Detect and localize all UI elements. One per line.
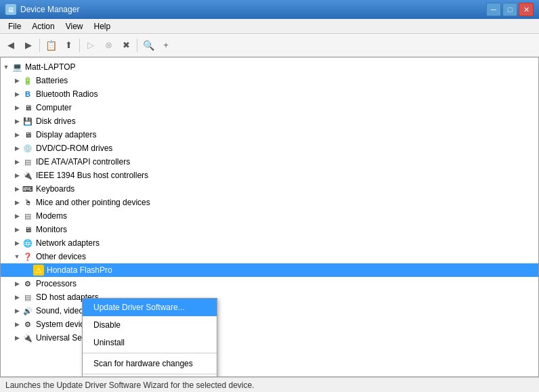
expander-disk-drives[interactable]: ▶ (12, 116, 22, 127)
back-button[interactable]: ◀ (3, 37, 19, 53)
expander-network[interactable]: ▶ (12, 238, 22, 248)
label-disk-drives: Disk drives (36, 116, 76, 126)
toolbar-separator-1 (39, 39, 40, 52)
expander-sd-host[interactable]: ▶ (12, 292, 22, 303)
icon-modems: ▤ (22, 211, 33, 221)
tree-item-batteries[interactable]: ▶ 🔋 Batteries (1, 74, 538, 87)
expander-usb[interactable]: ▶ (12, 332, 22, 343)
expander-keyboards[interactable]: ▶ (12, 183, 22, 194)
tree-item-monitors[interactable]: ▶ 🖥 Monitors (1, 223, 538, 236)
icon-computer: 🖥 (22, 102, 33, 113)
uninstall-button[interactable]: ✖ (118, 37, 134, 53)
maximize-button[interactable]: □ (502, 3, 517, 16)
enable-button[interactable]: ▷ (83, 37, 99, 53)
tree-item-mice[interactable]: ▶ 🖱 Mice and other pointing devices (1, 196, 538, 209)
expander-ide[interactable]: ▶ (12, 156, 22, 167)
icon-mice: 🖱 (22, 197, 33, 208)
context-menu-uninstall[interactable]: Uninstall (83, 334, 217, 351)
menu-item-file[interactable]: File (3, 20, 26, 32)
tree-item-ide[interactable]: ▶ ▤ IDE ATA/ATAPI controllers (1, 155, 538, 169)
label-bluetooth: Bluetooth Radios (36, 89, 98, 99)
icon-batteries: 🔋 (22, 75, 33, 86)
app-icon: 🖥 (5, 4, 16, 15)
context-menu-properties[interactable]: Properties (83, 376, 217, 376)
label-ieee1394: IEEE 1394 Bus host controllers (36, 171, 148, 180)
disable-button[interactable]: ⊗ (100, 37, 116, 53)
label-hondata: Hondata FlashPro (47, 265, 112, 275)
tree-item-dvd[interactable]: ▶ 💿 DVD/CD-ROM drives (1, 141, 538, 155)
expander-bluetooth[interactable]: ▶ (12, 89, 22, 100)
label-monitors: Monitors (36, 225, 67, 234)
label-ide: IDE ATA/ATAPI controllers (36, 157, 130, 167)
update-driver-button[interactable]: ⬆ (60, 37, 77, 53)
tree-item-processors[interactable]: ▶ ⚙ Processors (1, 277, 538, 290)
close-button[interactable]: ✕ (519, 3, 534, 16)
tree-item-hondata[interactable]: ▶ ⚠ Hondata FlashPro (1, 263, 538, 277)
label-processors: Processors (36, 279, 77, 288)
expander-processors[interactable]: ▶ (12, 278, 22, 289)
label-mice: Mice and other pointing devices (36, 198, 150, 207)
toolbar: ◀ ▶ 📋 ⬆ ▷ ⊗ ✖ 🔍 + (0, 34, 539, 57)
label-batteries: Batteries (36, 76, 68, 85)
tree-item-computer[interactable]: ▶ 🖥 Computer (1, 101, 538, 114)
icon-usb: 🔌 (22, 332, 33, 343)
label-root: Matt-LAPTOP (25, 62, 75, 72)
context-menu-sep-2 (83, 374, 217, 374)
icon-system: ⚙ (22, 319, 33, 330)
tree-item-network[interactable]: ▶ 🌐 Network adapters (1, 236, 538, 250)
expander-root[interactable]: ▼ (1, 62, 12, 72)
expander-monitors[interactable]: ▶ (12, 224, 22, 235)
label-keyboards: Keyboards (36, 184, 74, 194)
tree-item-keyboards[interactable]: ▶ ⌨ Keyboards (1, 182, 538, 196)
icon-other-devices: ❓ (22, 251, 33, 262)
context-menu-disable[interactable]: Disable (83, 316, 217, 334)
tree-item-root[interactable]: ▼ 💻 Matt-LAPTOP (1, 60, 538, 74)
status-text: Launches the Update Driver Software Wiza… (5, 380, 255, 390)
tree-item-display-adapters[interactable]: ▶ 🖥 Display adapters (1, 128, 538, 141)
window-controls: ─ □ ✕ (486, 3, 534, 16)
toolbar-separator-3 (137, 39, 137, 52)
window-title: Device Manager (20, 5, 486, 14)
device-tree[interactable]: ▼ 💻 Matt-LAPTOP ▶ 🔋 Batteries ▶ B Blueto… (1, 58, 538, 376)
properties-button[interactable]: 📋 (43, 37, 59, 53)
menu-item-help[interactable]: Help (89, 20, 116, 32)
tree-item-modems[interactable]: ▶ ▤ Modems (1, 209, 538, 223)
expander-dvd[interactable]: ▶ (12, 143, 22, 154)
context-menu-sep-1 (83, 353, 217, 353)
icon-ieee1394: 🔌 (22, 170, 33, 181)
minimize-button[interactable]: ─ (486, 3, 501, 16)
tree-item-disk-drives[interactable]: ▶ 💾 Disk drives (1, 114, 538, 128)
expander-computer[interactable]: ▶ (12, 102, 22, 113)
expander-batteries[interactable]: ▶ (12, 75, 22, 86)
icon-keyboards: ⌨ (22, 183, 33, 194)
expander-sound[interactable]: ▶ (12, 305, 22, 316)
tree-item-bluetooth[interactable]: ▶ B Bluetooth Radios (1, 87, 538, 101)
context-menu-update-driver[interactable]: Update Driver Software... (83, 299, 217, 316)
menu-bar: FileActionViewHelp (0, 19, 539, 34)
main-area: ▼ 💻 Matt-LAPTOP ▶ 🔋 Batteries ▶ B Blueto… (0, 57, 539, 377)
scan-button[interactable]: 🔍 (140, 37, 156, 53)
label-computer: Computer (36, 103, 72, 112)
expander-system[interactable]: ▶ (12, 319, 22, 330)
label-dvd: DVD/CD-ROM drives (36, 144, 112, 153)
forward-button[interactable]: ▶ (20, 37, 37, 53)
expander-ieee1394[interactable]: ▶ (12, 170, 22, 181)
icon-bluetooth: B (22, 89, 33, 100)
label-other-devices: Other devices (36, 252, 86, 261)
expander-mice[interactable]: ▶ (12, 197, 22, 208)
expander-display-adapters[interactable]: ▶ (12, 129, 22, 140)
status-bar: Launches the Update Driver Software Wiza… (0, 377, 539, 392)
menu-item-view[interactable]: View (60, 20, 89, 32)
expander-modems[interactable]: ▶ (12, 211, 22, 221)
menu-item-action[interactable]: Action (26, 20, 60, 32)
tree-item-other-devices[interactable]: ▼ ❓ Other devices (1, 250, 538, 263)
icon-dvd: 💿 (22, 143, 33, 154)
add-hardware-button[interactable]: + (158, 37, 174, 53)
label-modems: Modems (36, 211, 67, 221)
toolbar-separator-2 (79, 39, 80, 52)
tree-item-ieee1394[interactable]: ▶ 🔌 IEEE 1394 Bus host controllers (1, 169, 538, 182)
title-bar: 🖥 Device Manager ─ □ ✕ (0, 0, 539, 19)
context-menu-scan[interactable]: Scan for hardware changes (83, 355, 217, 372)
expander-other-devices[interactable]: ▼ (12, 251, 22, 262)
icon-disk-drives: 💾 (22, 116, 33, 127)
